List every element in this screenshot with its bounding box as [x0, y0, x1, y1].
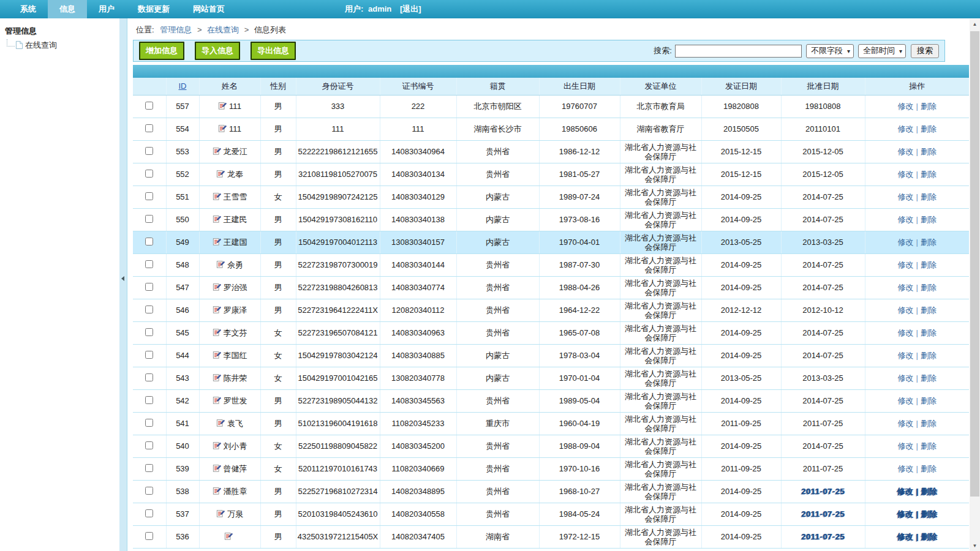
edit-link[interactable]: 修改 — [898, 260, 914, 269]
nav-item-4[interactable]: 网站首页 — [181, 0, 236, 18]
edit-doc-icon[interactable] — [213, 373, 224, 384]
delete-link[interactable]: 删除 — [921, 124, 937, 133]
edit-doc-icon[interactable] — [216, 260, 227, 271]
row-checkbox[interactable] — [145, 238, 153, 246]
edit-doc-icon[interactable] — [213, 463, 224, 474]
delete-link[interactable]: 删除 — [921, 419, 937, 428]
edit-link[interactable]: 修改 — [898, 102, 914, 111]
row-checkbox[interactable] — [145, 441, 153, 449]
logout-link[interactable]: [退出] — [400, 4, 421, 13]
row-checkbox[interactable] — [145, 373, 153, 381]
edit-doc-icon[interactable] — [216, 509, 227, 520]
edit-doc-icon[interactable] — [213, 441, 224, 452]
edit-link[interactable]: 修改 — [898, 419, 914, 428]
nav-item-0[interactable]: 系统 — [9, 0, 48, 18]
delete-link[interactable]: 删除 — [921, 192, 937, 201]
edit-link[interactable]: 修改 — [898, 124, 914, 133]
row-checkbox[interactable] — [145, 305, 153, 313]
vertical-scrollbar[interactable]: ▲ ▼ — [970, 19, 980, 551]
edit-doc-icon[interactable] — [224, 531, 235, 542]
edit-doc-icon[interactable] — [216, 169, 227, 180]
edit-doc-icon[interactable] — [213, 328, 224, 339]
column-header-0[interactable]: ID — [166, 78, 199, 95]
edit-link[interactable]: 修改 — [897, 509, 913, 519]
edit-doc-icon[interactable] — [213, 486, 224, 497]
row-checkbox[interactable] — [145, 509, 153, 517]
delete-link[interactable]: 删除 — [921, 102, 937, 111]
edit-doc-icon[interactable] — [213, 305, 224, 316]
edit-link[interactable]: 修改 — [898, 464, 914, 473]
nav-item-1[interactable]: 信息 — [48, 0, 87, 18]
toolbar-button-0[interactable]: 增加信息 — [139, 42, 184, 60]
row-checkbox[interactable] — [145, 215, 153, 223]
toolbar-button-1[interactable]: 导入信息 — [195, 42, 240, 60]
edit-link[interactable]: 修改 — [898, 305, 914, 315]
row-checkbox[interactable] — [145, 351, 153, 359]
edit-link[interactable]: 修改 — [897, 487, 913, 496]
edit-doc-icon[interactable] — [218, 124, 229, 135]
edit-link[interactable]: 修改 — [898, 170, 914, 179]
toolbar-button-2[interactable]: 导出信息 — [251, 42, 296, 60]
row-checkbox[interactable] — [145, 396, 153, 404]
delete-link[interactable]: 删除 — [921, 532, 937, 541]
edit-link[interactable]: 修改 — [898, 396, 914, 405]
edit-doc-icon[interactable] — [213, 350, 224, 361]
scroll-down-icon[interactable]: ▼ — [970, 541, 980, 551]
collapse-left-icon[interactable] — [121, 276, 124, 281]
row-checkbox[interactable] — [145, 464, 153, 472]
delete-link[interactable]: 删除 — [921, 170, 937, 179]
delete-link[interactable]: 删除 — [921, 215, 937, 224]
row-checkbox[interactable] — [145, 487, 153, 495]
edit-link[interactable]: 修改 — [898, 283, 914, 292]
row-checkbox[interactable] — [145, 147, 153, 155]
delete-link[interactable]: 删除 — [921, 487, 937, 496]
delete-link[interactable]: 删除 — [921, 464, 937, 473]
delete-link[interactable]: 删除 — [921, 396, 937, 405]
edit-doc-icon[interactable] — [218, 101, 229, 112]
row-checkbox[interactable] — [145, 283, 153, 291]
delete-link[interactable]: 删除 — [921, 328, 937, 337]
delete-link[interactable]: 删除 — [921, 305, 937, 315]
sidebar-splitter[interactable] — [119, 18, 127, 551]
edit-link[interactable]: 修改 — [897, 532, 913, 541]
breadcrumb-link-query[interactable]: 在线查询 — [207, 25, 239, 34]
time-select[interactable]: 全部时间 ▾ — [858, 44, 906, 58]
nav-item-2[interactable]: 用户 — [87, 0, 126, 18]
edit-link[interactable]: 修改 — [898, 373, 914, 383]
edit-link[interactable]: 修改 — [898, 351, 914, 360]
delete-link[interactable]: 删除 — [921, 441, 937, 451]
edit-doc-icon[interactable] — [213, 237, 224, 248]
sidebar-item-0[interactable]: 在线查询 — [5, 39, 119, 50]
edit-link[interactable]: 修改 — [898, 215, 914, 224]
edit-doc-icon[interactable] — [213, 214, 224, 225]
edit-link[interactable]: 修改 — [898, 238, 914, 247]
delete-link[interactable]: 删除 — [921, 260, 937, 269]
edit-link[interactable]: 修改 — [898, 192, 914, 201]
delete-link[interactable]: 删除 — [921, 238, 937, 247]
row-checkbox[interactable] — [145, 124, 153, 132]
delete-link[interactable]: 删除 — [921, 509, 937, 519]
edit-doc-icon[interactable] — [213, 192, 224, 203]
search-input[interactable] — [675, 45, 802, 58]
edit-doc-icon[interactable] — [216, 418, 227, 429]
row-checkbox[interactable] — [145, 328, 153, 336]
delete-link[interactable]: 删除 — [921, 147, 937, 156]
scrollbar-thumb[interactable] — [970, 31, 979, 497]
edit-doc-icon[interactable] — [213, 282, 224, 293]
row-checkbox[interactable] — [145, 170, 153, 178]
edit-link[interactable]: 修改 — [898, 147, 914, 156]
search-button[interactable]: 搜索 — [911, 44, 939, 58]
delete-link[interactable]: 删除 — [921, 373, 937, 383]
edit-link[interactable]: 修改 — [898, 441, 914, 451]
nav-item-3[interactable]: 数据更新 — [126, 0, 181, 18]
field-select[interactable]: 不限字段 ▾ — [806, 44, 854, 58]
edit-doc-icon[interactable] — [213, 395, 224, 407]
row-checkbox[interactable] — [145, 419, 153, 427]
scroll-up-icon[interactable]: ▲ — [970, 19, 980, 29]
edit-link[interactable]: 修改 — [898, 328, 914, 337]
delete-link[interactable]: 删除 — [921, 283, 937, 292]
row-checkbox[interactable] — [145, 102, 153, 110]
row-checkbox[interactable] — [145, 532, 153, 540]
edit-doc-icon[interactable] — [213, 146, 224, 157]
row-checkbox[interactable] — [145, 260, 153, 268]
